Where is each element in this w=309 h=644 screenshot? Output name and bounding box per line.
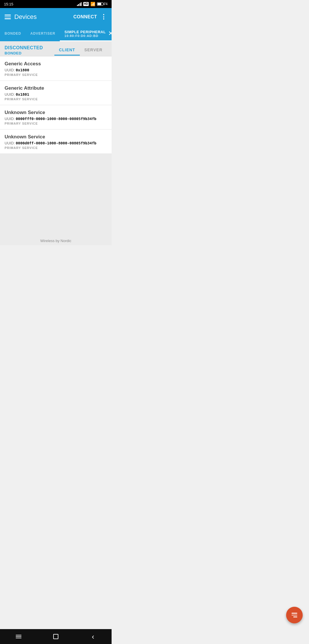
connect-button[interactable]: CONNECT	[73, 14, 97, 19]
service-name-3: Unknown Service	[5, 134, 107, 140]
service-type-1: PRIMARY SERVICE	[5, 97, 107, 101]
bond-status-label: BONDED	[5, 51, 43, 55]
status-area: DISCONNECTED BONDED CLIENT SERVER	[0, 41, 112, 56]
client-server-tabs: CLIENT SERVER	[54, 46, 107, 56]
battery-icon	[97, 2, 103, 6]
service-type-3: PRIMARY SERVICE	[5, 146, 107, 150]
empty-content-area	[0, 154, 112, 234]
service-item-0[interactable]: Generic Access UUID: 0x1800 PRIMARY SERV…	[0, 56, 112, 81]
status-bar-right: HD 📶 74	[77, 2, 108, 6]
app-bar: Devices CONNECT ⋮	[0, 8, 112, 26]
service-uuid-3: UUID: 0000d0ff-0000-1000-8000-00805f9b34…	[5, 141, 107, 145]
more-options-button[interactable]: ⋮	[100, 14, 107, 20]
footer-text: Wireless by Nordic	[40, 239, 71, 243]
service-name-0: Generic Access	[5, 61, 107, 67]
disconnected-label: DISCONNECTED	[5, 45, 43, 50]
server-tab[interactable]: SERVER	[80, 46, 107, 56]
simple-peripheral-tab[interactable]: SIMPLE PERIPHERAL 10:80:F0:D0:AD:BD ✕	[60, 26, 112, 41]
service-item-3[interactable]: Unknown Service UUID: 0000d0ff-0000-1000…	[0, 129, 112, 154]
page-title: Devices	[14, 13, 70, 21]
device-tabs: BONDED ADVERTISER SIMPLE PERIPHERAL 10:8…	[0, 26, 112, 41]
hd-badge: HD	[83, 2, 88, 6]
time: 15:15	[4, 2, 13, 6]
client-tab[interactable]: CLIENT	[54, 46, 80, 56]
service-uuid-2: UUID: 0000fff0-0000-1000-8000-00805f9b34…	[5, 117, 107, 121]
status-bar: 15:15 HD 📶 74	[0, 0, 112, 8]
service-name-2: Unknown Service	[5, 110, 107, 115]
menu-button[interactable]	[5, 15, 11, 19]
service-type-2: PRIMARY SERVICE	[5, 122, 107, 125]
footer: Wireless by Nordic	[0, 234, 112, 245]
signal-icon	[77, 2, 82, 6]
device-address: 10:80:F0:D0:AD:BD	[64, 34, 106, 38]
battery-container: 74	[97, 2, 108, 6]
service-uuid-1: UUID: 0x1801	[5, 92, 107, 97]
service-uuid-value-0: 0x1800	[16, 68, 29, 72]
close-device-button[interactable]: ✕	[106, 29, 112, 38]
service-type-0: PRIMARY SERVICE	[5, 73, 107, 76]
service-uuid-value-1: 0x1801	[16, 92, 29, 97]
service-item-1[interactable]: Generic Attribute UUID: 0x1801 PRIMARY S…	[0, 81, 112, 105]
advertiser-tab[interactable]: ADVERTISER	[26, 28, 60, 40]
service-item-2[interactable]: Unknown Service UUID: 0000fff0-0000-1000…	[0, 105, 112, 129]
services-list: Generic Access UUID: 0x1800 PRIMARY SERV…	[0, 56, 112, 154]
connection-status: DISCONNECTED BONDED	[5, 45, 43, 55]
wifi-icon: 📶	[90, 2, 95, 6]
service-uuid-value-3: 0000d0ff-0000-1000-8000-00805f9b34fb	[16, 141, 96, 145]
battery-level: 74	[104, 2, 108, 6]
device-name: SIMPLE PERIPHERAL	[64, 30, 106, 34]
service-name-1: Generic Attribute	[5, 85, 107, 91]
service-uuid-0: UUID: 0x1800	[5, 68, 107, 72]
service-uuid-value-2: 0000fff0-0000-1000-8000-00805f9b34fb	[16, 117, 96, 121]
bonded-tab[interactable]: BONDED	[0, 28, 26, 40]
